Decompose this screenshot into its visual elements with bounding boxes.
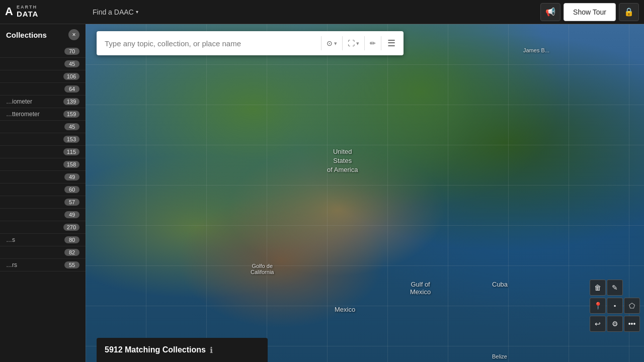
sidebar-close-button[interactable]: × xyxy=(68,29,79,40)
polygon-tool-button[interactable]: ⬠ xyxy=(624,298,640,314)
app-title: DATA xyxy=(17,10,38,19)
delete-tool-button[interactable]: 🗑 xyxy=(590,280,606,296)
search-menu-button[interactable]: ☰ xyxy=(383,36,399,51)
list-item[interactable]: …rs 55 xyxy=(0,259,86,272)
edit-icon: ✎ xyxy=(612,284,618,292)
more-icon: ••• xyxy=(628,320,636,328)
bottom-panel: 5912 Matching Collections ℹ xyxy=(97,338,268,362)
trash-icon: 🗑 xyxy=(594,284,601,292)
polygon-icon: ⬠ xyxy=(629,302,635,310)
list-item[interactable]: 49 xyxy=(0,209,86,221)
info-icon[interactable]: ℹ xyxy=(210,345,213,355)
map-area[interactable]: James B... UnitedStatesof America Gulf o… xyxy=(86,24,644,362)
sidebar-scroll[interactable]: 70 45 106 64 …iometer 139 …tterometer 15… xyxy=(0,45,86,362)
pencil-icon: ✏ xyxy=(370,39,376,47)
search-divider3 xyxy=(364,36,365,50)
chevron-down-icon: ▾ xyxy=(136,9,138,15)
search-bar: ⊙ ▾ ⛶ ▾ ✏ ☰ xyxy=(97,31,404,55)
point-icon: 📍 xyxy=(594,302,602,310)
list-item[interactable]: 70 xyxy=(0,45,86,58)
sidebar-title: Collections xyxy=(6,31,47,39)
list-item[interactable]: 60 xyxy=(0,184,86,196)
search-divider4 xyxy=(381,36,381,50)
sidebar-header: Collections × xyxy=(0,24,86,45)
list-item[interactable]: 153 xyxy=(0,133,86,146)
list-item[interactable]: 158 xyxy=(0,158,86,171)
list-item[interactable]: 49 xyxy=(0,171,86,184)
map-background xyxy=(86,24,644,362)
tool-row-edit: 🗑 ✎ xyxy=(590,280,640,296)
announcement-button[interactable]: 📢 xyxy=(540,3,560,21)
tool-row-misc: ↩ ⚙ ••• xyxy=(590,316,640,332)
list-item[interactable]: 45 xyxy=(0,121,86,133)
tool-row-draw: 📍 ▪ ⬠ xyxy=(590,298,640,314)
list-item[interactable]: 45 xyxy=(0,58,86,70)
list-item[interactable]: 115 xyxy=(0,146,86,158)
sidebar-list: 70 45 106 64 …iometer 139 …tterometer 15… xyxy=(0,45,86,362)
more-tool-button[interactable]: ••• xyxy=(624,316,640,332)
location-icon: ⊙ xyxy=(327,39,333,47)
undo-tool-button[interactable]: ↩ xyxy=(590,316,606,332)
list-item[interactable]: …tterometer 159 xyxy=(0,108,86,121)
list-item[interactable]: …s 80 xyxy=(0,234,86,246)
draw-button[interactable]: ✏ xyxy=(367,37,379,49)
undo-icon: ↩ xyxy=(595,320,601,328)
list-item[interactable]: 64 xyxy=(0,83,86,96)
show-tour-button[interactable]: Show Tour xyxy=(564,3,616,21)
matching-collections-count: 5912 Matching Collections xyxy=(105,345,206,354)
app-logo: A xyxy=(5,5,14,18)
logo-area: A EARTH DATA xyxy=(0,5,86,18)
sidebar: Collections × 70 45 106 64 …iometer 13 xyxy=(0,24,86,362)
edit-tool-button[interactable]: ✎ xyxy=(607,280,623,296)
spatial-filter-button[interactable]: ⛶ ▾ xyxy=(345,37,362,49)
search-input[interactable] xyxy=(101,39,319,48)
location-filter-button[interactable]: ⊙ ▾ xyxy=(324,37,340,49)
square-icon: ▪ xyxy=(614,302,616,309)
list-item[interactable]: 82 xyxy=(0,246,86,259)
search-divider2 xyxy=(342,36,343,50)
list-item[interactable]: …iometer 139 xyxy=(0,96,86,108)
header-actions: 📢 Show Tour 🔒 xyxy=(540,3,644,21)
login-button[interactable]: 🔒 xyxy=(619,3,639,21)
list-item[interactable]: 270 xyxy=(0,221,86,234)
lock-icon: 🔒 xyxy=(624,7,634,17)
list-item[interactable]: 106 xyxy=(0,70,86,83)
crop-icon: ⛶ xyxy=(348,39,355,47)
header: A EARTH DATA Find a DAAC ▾ 📢 Show Tour 🔒 xyxy=(0,0,644,24)
point-tool-button[interactable]: 📍 xyxy=(590,298,606,314)
announcement-icon: 📢 xyxy=(545,7,555,17)
list-item[interactable]: 57 xyxy=(0,196,86,209)
find-daac-nav[interactable]: Find a DAAC ▾ xyxy=(86,0,145,24)
map-tools: 🗑 ✎ 📍 ▪ ⬠ ↩ ⚙ ••• xyxy=(590,280,640,332)
menu-icon: ☰ xyxy=(387,38,395,48)
rectangle-tool-button[interactable]: ▪ xyxy=(607,298,623,314)
settings-tool-button[interactable]: ⚙ xyxy=(607,316,623,332)
search-divider xyxy=(321,36,321,50)
gear-icon: ⚙ xyxy=(612,320,618,328)
